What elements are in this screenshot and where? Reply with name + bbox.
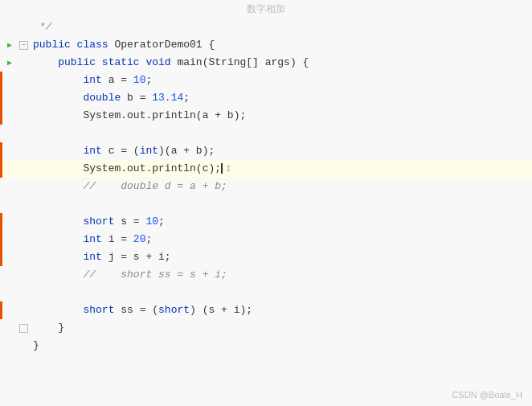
- code-line: }: [0, 319, 532, 337]
- token: )(a + b);: [158, 145, 215, 157]
- code-line: // short ss = s + i;: [0, 266, 532, 284]
- token: ;: [145, 233, 152, 245]
- token: short: [83, 304, 114, 316]
- editor: 数字相加 */▶−public class OperatorDemo01 {▶ …: [0, 0, 532, 406]
- orange-indicator: [0, 195, 2, 213]
- code-line: [0, 125, 532, 142]
- line-content: }: [30, 337, 532, 355]
- code-line: ▶ public static void main(String[] args)…: [0, 54, 532, 72]
- token: int: [83, 74, 101, 86]
- token: ;: [183, 92, 190, 104]
- fold-icon[interactable]: −: [19, 41, 28, 50]
- fold-area: −: [17, 41, 30, 50]
- token: 10: [133, 74, 146, 86]
- code-line: int c = (int)(a + b);: [0, 142, 532, 160]
- orange-indicator: [0, 160, 2, 178]
- token: int: [83, 145, 101, 157]
- code-line: // double d = a + b;: [0, 178, 532, 195]
- token: //: [83, 180, 96, 192]
- token: .out.println(a + b);: [121, 109, 246, 121]
- token: ss = (: [114, 304, 158, 316]
- line-content: */: [30, 18, 532, 36]
- line-content: int c = (int)(a + b);: [30, 142, 532, 160]
- orange-indicator: [0, 89, 2, 107]
- code-line: ▶−public class OperatorDemo01 {: [0, 36, 532, 54]
- line-content: public static void main(String[] args) {: [30, 54, 532, 72]
- orange-indicator: [0, 213, 2, 231]
- token: public: [33, 39, 77, 51]
- token: System: [83, 162, 121, 174]
- token: int: [83, 233, 101, 245]
- orange-indicator: [0, 319, 2, 337]
- code-line: short s = 10;: [0, 213, 532, 231]
- code-line: System.out.println(c);I: [0, 160, 532, 178]
- line-content: public class OperatorDemo01 {: [30, 36, 532, 54]
- line-content: int i = 20;: [30, 231, 532, 248]
- orange-indicator: [0, 301, 2, 319]
- token: */: [33, 21, 51, 33]
- orange-indicator: [0, 337, 2, 355]
- token: short: [83, 215, 114, 228]
- token: System: [83, 109, 121, 121]
- token: short ss = s + i;: [96, 269, 227, 281]
- fold-icon[interactable]: [19, 324, 28, 333]
- token: class: [77, 39, 115, 51]
- run-arrow-area: ▶: [2, 40, 17, 50]
- code-line: */: [0, 18, 532, 36]
- token: ) (s + i);: [190, 304, 252, 316]
- line-content: // double d = a + b;: [30, 178, 532, 195]
- token: static: [102, 56, 146, 68]
- line-content: System.out.println(c);I: [30, 160, 532, 178]
- run-arrow-icon[interactable]: ▶: [7, 40, 12, 50]
- code-line: int a = 10;: [0, 72, 532, 89]
- text-cursor: [221, 163, 223, 174]
- line-content: double b = 13.14;: [30, 89, 532, 107]
- token: 10: [145, 215, 158, 228]
- token: s =: [114, 215, 145, 228]
- token: double d = a + b;: [96, 180, 227, 192]
- code-line: System.out.println(a + b);: [0, 107, 532, 125]
- orange-indicator: [0, 266, 2, 284]
- token: }: [58, 322, 64, 334]
- token: a =: [102, 74, 133, 86]
- line-content: short s = 10;: [30, 213, 532, 231]
- token: int: [83, 251, 101, 263]
- code-line: [0, 195, 532, 213]
- code-line: int j = s + i;: [0, 248, 532, 266]
- token: int: [140, 145, 158, 157]
- orange-indicator: [0, 178, 2, 195]
- token: .out.println(c);: [121, 162, 221, 174]
- orange-indicator: [0, 284, 2, 301]
- token: public: [58, 56, 102, 68]
- orange-indicator: [0, 231, 2, 248]
- token: double: [83, 92, 121, 104]
- line-content: }: [30, 319, 532, 337]
- orange-indicator: [0, 72, 2, 89]
- token: void: [145, 56, 177, 68]
- line-content: short ss = (short) (s + i);: [30, 301, 532, 319]
- run-arrow-icon[interactable]: ▶: [7, 58, 12, 68]
- line-content: // short ss = s + i;: [30, 266, 532, 284]
- token: 20: [133, 233, 146, 245]
- line-content: System.out.println(a + b);: [30, 107, 532, 125]
- token: }: [33, 339, 39, 351]
- orange-indicator: [0, 248, 2, 266]
- tab-indicator: I: [226, 164, 231, 174]
- token: 13.14: [152, 92, 183, 104]
- code-line: int i = 20;: [0, 231, 532, 248]
- token: ;: [158, 215, 165, 228]
- code-line: short ss = (short) (s + i);: [0, 301, 532, 319]
- line-content: int a = 10;: [30, 72, 532, 89]
- token: j = s + i;: [102, 251, 171, 263]
- token: OperatorDemo01: [114, 39, 202, 51]
- orange-indicator: [0, 107, 2, 125]
- orange-indicator: [0, 125, 2, 142]
- orange-indicator: [0, 18, 2, 36]
- code-line: [0, 284, 532, 301]
- token: b =: [121, 92, 152, 104]
- top-comment: 数字相加: [0, 0, 532, 18]
- token: {: [203, 39, 215, 51]
- token: short: [158, 304, 190, 316]
- token: i =: [102, 233, 133, 245]
- token: ;: [145, 74, 152, 86]
